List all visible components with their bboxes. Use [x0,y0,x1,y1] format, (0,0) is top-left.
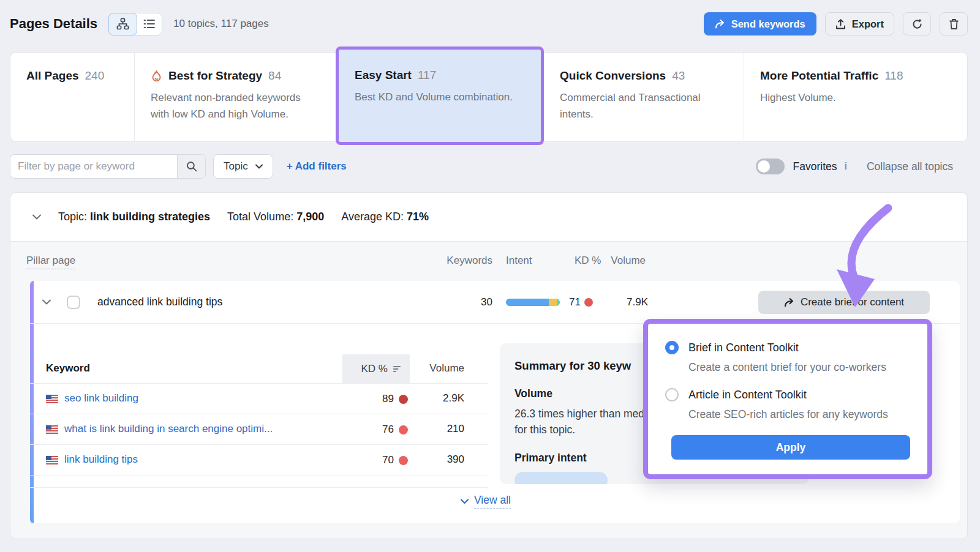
pillar-page-row: advanced link building tips 30 71 7.9K [30,281,960,324]
keyword-link[interactable]: seo link building [64,392,138,405]
us-flag-icon [46,425,58,434]
trash-icon [949,18,959,30]
column-intent: Intent [506,255,532,267]
chevron-down-icon [255,164,263,169]
view-toggle [108,13,162,35]
radio-selected-icon[interactable] [665,341,679,354]
favorites-toggle[interactable] [756,159,785,174]
sort-descending-icon [393,365,401,373]
list-view-button[interactable] [134,13,162,35]
page-title: Pages Details [10,16,97,32]
tab-quick-conversions[interactable]: Quick Conversions 43 Commercial and Tran… [543,53,744,141]
row-collapse-chevron-icon[interactable] [42,299,51,305]
keyword-row: what is link building in search engine o… [30,414,488,444]
refresh-icon [911,18,923,30]
topic-average-kd: Average KD: 71% [341,211,429,223]
export-button[interactable]: Export [825,12,894,35]
search-input[interactable] [10,155,177,178]
segment-tabs: All Pages 240 Best for Strategy 84 Relev… [10,52,968,142]
create-brief-or-content-button[interactable]: Create brief or content [758,291,930,314]
us-flag-icon [46,395,58,403]
kd-difficulty-dot [399,456,408,465]
option-brief-in-content-toolkit[interactable]: Brief in Content Toolkit [665,341,913,354]
pillar-page-title[interactable]: advanced link building tips [97,296,222,308]
create-content-popup: Brief in Content Toolkit Create a conten… [643,319,932,479]
topic-collapse-chevron-icon[interactable] [32,214,41,220]
keywords-count: 30 [456,296,492,308]
topic-header-row: Topic: link building strategies Total Vo… [10,193,967,242]
keyword-volume: 2.9K [416,392,464,405]
column-kd-sorted[interactable]: KD % [342,354,410,383]
filter-bar: Topic + Add filters Favorites i Collapse… [10,154,968,179]
pages-details-screen: Pages Details [0,0,980,552]
radio-unselected-icon[interactable] [665,388,679,401]
export-icon [835,19,846,29]
keyword-row: seo link building 89 2.9K [30,383,488,414]
kd-difficulty-dot [584,298,593,307]
keyword-link[interactable]: what is link building in search engine o… [64,423,273,435]
add-filters-link[interactable]: + Add filters [287,160,347,173]
list-view-icon [143,18,156,29]
topics-pages-summary: 10 topics, 117 pages [173,18,269,30]
tab-all-pages[interactable]: All Pages 240 [10,53,134,141]
kd-difficulty-dot [399,395,408,404]
tab-more-potential-traffic[interactable]: More Potential Traffic 118 Highest Volum… [744,53,967,141]
view-all-row: View all [30,487,941,515]
column-keywords: Keywords [412,255,492,267]
tree-view-button[interactable] [108,13,137,35]
send-keywords-icon [715,20,725,29]
keyword-kd: 89 [339,384,408,414]
apply-button[interactable]: Apply [671,435,910,460]
option-description: Create SEO-rich articles for any keyword… [688,406,904,423]
refresh-button[interactable] [903,12,931,35]
toggle-knob [758,160,770,173]
topic-name: Topic: link building strategies [58,211,210,223]
topic-total-volume: Total Volume: 7,900 [227,211,324,223]
option-article-in-content-toolkit[interactable]: Article in Content Toolkit [665,388,913,401]
pages-tree-view-icon [116,18,129,30]
top-bar: Pages Details [10,10,968,38]
keyword-row: link building tips 70 390 [30,444,488,475]
keyword-volume: 210 [416,423,464,435]
keyword-table-header: Keyword KD % Volume [30,354,488,383]
keyword-kd: 70 [339,445,408,476]
column-volume: Volume [608,255,646,267]
option-description: Create a content brief for your co-worke… [688,359,904,376]
search-box [10,154,206,179]
kd-difficulty-dot [399,425,408,435]
us-flag-icon [46,456,58,464]
row-volume-value: 7.9K [611,296,648,308]
primary-intent-badge [514,472,608,485]
collapse-all-topics-link[interactable]: Collapse all topics [867,160,953,173]
divider [30,475,488,476]
search-icon [186,161,197,172]
keyword-link[interactable]: link building tips [64,453,138,466]
favorites-label: Favorites [793,160,837,173]
column-keyword: Keyword [46,362,90,375]
view-all-chevron-icon [461,499,469,504]
keyword-volume: 390 [416,453,464,466]
flame-icon [151,70,162,83]
intent-segment-informational [506,299,549,306]
delete-button[interactable] [940,12,968,35]
pillar-table-header: Pillar page Keywords Intent KD % Volume [10,242,967,281]
view-all-link[interactable]: View all [474,494,511,509]
tab-best-for-strategy[interactable]: Best for Strategy 84 Relevant non-brande… [134,53,336,141]
row-checkbox[interactable] [67,296,80,309]
topic-filter-dropdown[interactable]: Topic [213,154,273,179]
tab-easy-start[interactable]: Easy Start 117 Best KD and Volume combin… [336,47,544,145]
info-icon[interactable]: i [845,161,847,172]
column-keyword-volume: Volume [425,362,464,375]
search-button[interactable] [177,155,205,178]
send-keywords-button[interactable]: Send keywords [704,12,816,35]
keyword-kd: 76 [339,414,408,445]
create-content-icon [784,298,794,307]
column-pillar-page[interactable]: Pillar page [26,255,75,269]
column-kd: KD % [575,255,601,267]
row-kd-value: 71 [547,296,593,308]
